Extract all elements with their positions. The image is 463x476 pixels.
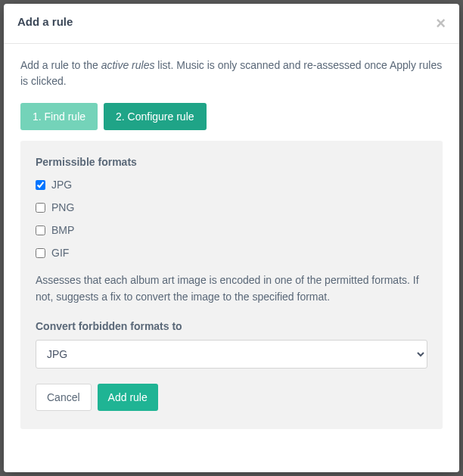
cancel-button[interactable]: Cancel — [36, 384, 92, 411]
close-icon[interactable]: × — [436, 15, 446, 32]
intro-italic: active rules — [101, 59, 155, 71]
modal-dialog: Add a rule × Add a rule to the active ru… — [4, 4, 459, 472]
tab-configure-rule[interactable]: 2. Configure rule — [104, 103, 207, 130]
format-item-gif[interactable]: GIF — [36, 247, 427, 259]
format-item-png[interactable]: PNG — [36, 201, 427, 213]
format-label-gif: GIF — [51, 247, 69, 259]
format-label-png: PNG — [51, 201, 74, 213]
tab-find-rule[interactable]: 1. Find rule — [20, 103, 98, 130]
permissible-formats-label: Permissible formats — [36, 156, 427, 168]
modal-title: Add a rule — [17, 15, 73, 28]
add-rule-button[interactable]: Add rule — [98, 384, 158, 411]
modal-body: Add a rule to the active rules list. Mus… — [4, 44, 459, 472]
convert-select[interactable]: JPG — [36, 340, 427, 369]
checkbox-bmp[interactable] — [36, 226, 45, 235]
action-buttons: Cancel Add rule — [36, 384, 427, 411]
intro-prefix: Add a rule to the — [20, 59, 101, 71]
checkbox-jpg[interactable] — [36, 180, 45, 190]
format-label-bmp: BMP — [51, 224, 74, 236]
configure-panel: Permissible formats JPG PNG BMP GIF — [20, 141, 443, 429]
format-item-bmp[interactable]: BMP — [36, 224, 427, 236]
format-item-jpg[interactable]: JPG — [36, 179, 427, 191]
rule-description: Assesses that each album art image is en… — [36, 272, 427, 305]
convert-label: Convert forbidden formats to — [36, 320, 427, 332]
step-tabs: 1. Find rule 2. Configure rule — [20, 103, 443, 130]
checkbox-gif[interactable] — [36, 248, 45, 258]
format-list: JPG PNG BMP GIF — [36, 179, 427, 259]
intro-text: Add a rule to the active rules list. Mus… — [20, 58, 443, 89]
modal-header: Add a rule × — [4, 4, 459, 44]
checkbox-png[interactable] — [36, 203, 45, 213]
format-label-jpg: JPG — [51, 179, 72, 191]
convert-select-wrap: JPG — [36, 340, 427, 369]
